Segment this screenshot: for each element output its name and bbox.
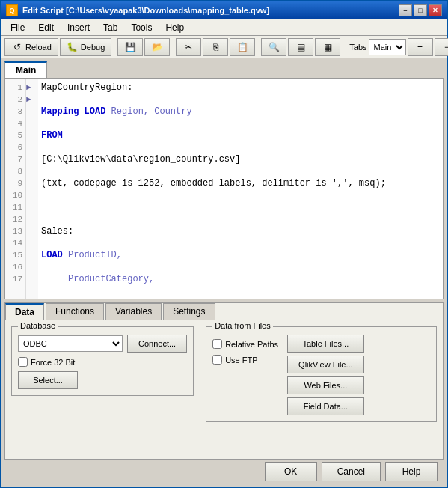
toolbar-btn-misc1[interactable]: ▤ — [288, 38, 313, 56]
relative-paths-row: Relative Paths — [212, 339, 278, 349]
app-icon: Q — [6, 4, 18, 16]
toolbar-btn-paste[interactable]: 📋 — [230, 38, 255, 56]
use-ftp-row: Use FTP — [212, 355, 278, 365]
toolbar: ↺ Reload 🐛 Debug 💾 📂 ✂ ⎘ 📋 🔍 ▤ ▦ Tabs Ma… — [1, 36, 447, 58]
help-button[interactable]: Help — [385, 462, 438, 481]
find-icon: 🔍 — [268, 41, 280, 53]
editor-inner: 12345 678910 1112131415 1617 ► ► MapCoun… — [5, 79, 443, 299]
database-group-label: Database — [18, 321, 58, 330]
table-files-button[interactable]: Table Files... — [287, 335, 364, 353]
relative-paths-checkbox[interactable] — [212, 339, 222, 349]
toolbar-btn-add-tab[interactable]: + — [408, 38, 433, 56]
field-data-button[interactable]: Field Data... — [287, 397, 364, 415]
debug-button[interactable]: 🐛 Debug — [60, 38, 111, 56]
menu-tools[interactable]: Tools — [125, 21, 158, 34]
script-tab-main[interactable]: Main — [4, 61, 47, 78]
cancel-button[interactable]: Cancel — [322, 462, 381, 481]
footer: OK Cancel Help — [4, 460, 444, 484]
maximize-button[interactable]: □ — [414, 4, 427, 16]
tabs-dropdown[interactable]: Main — [369, 39, 406, 55]
bottom-tab-bar: Data Functions Variables Settings — [5, 303, 443, 320]
misc1-icon: ▤ — [295, 41, 307, 53]
line-indicators: ► ► — [26, 79, 38, 299]
menu-edit[interactable]: Edit — [32, 21, 60, 34]
db-select-row: ODBC Connect... — [18, 335, 187, 353]
toolbar-btn-save[interactable]: 💾 — [117, 38, 143, 56]
select-button[interactable]: Select... — [18, 371, 78, 389]
force32bit-checkbox[interactable] — [18, 357, 28, 367]
title-bar-left: Q Edit Script [C:\Users\vyaapak3\Downloa… — [6, 4, 269, 16]
force32bit-label: Force 32 Bit — [31, 358, 75, 367]
checkboxes-col: Relative Paths Use FTP — [212, 336, 278, 415]
script-tab-bar: Main — [4, 61, 444, 78]
window-title: Edit Script [C:\Users\vyaapak3\Downloads… — [22, 6, 269, 15]
db-section: Database ODBC Connect... Force 32 Bit — [11, 326, 194, 396]
close-button[interactable]: ✕ — [429, 4, 442, 16]
qlikview-file-button[interactable]: QlikView File... — [287, 356, 364, 373]
data-files-label: Data from Files — [212, 321, 273, 330]
reload-button[interactable]: ↺ Reload — [4, 38, 58, 56]
menu-bar: File Edit Insert Tab Tools Help — [1, 19, 447, 36]
main-window: Q Edit Script [C:\Users\vyaapak3\Downloa… — [0, 0, 448, 488]
toolbar-btn-cut[interactable]: ✂ — [176, 38, 201, 56]
cut-icon: ✂ — [182, 41, 194, 53]
add-tab-icon: + — [414, 41, 426, 53]
database-group: Database ODBC Connect... Force 32 Bit — [11, 326, 194, 396]
reload-icon: ↺ — [11, 41, 23, 53]
toolbar-btn-remove-tab[interactable]: − — [435, 38, 448, 56]
ok-button[interactable]: OK — [265, 462, 317, 481]
menu-insert[interactable]: Insert — [61, 21, 96, 34]
force32bit-row: Force 32 Bit — [18, 357, 187, 367]
data-row: Database ODBC Connect... Force 32 Bit — [11, 326, 437, 422]
paste-icon: 📋 — [236, 41, 248, 53]
relative-paths-label: Relative Paths — [225, 340, 278, 349]
tab-variables[interactable]: Variables — [105, 303, 162, 320]
files-btn-group: Table Files... QlikView File... Web File… — [287, 335, 364, 415]
tab-data[interactable]: Data — [5, 303, 44, 320]
menu-tab[interactable]: Tab — [97, 21, 123, 34]
misc2-icon: ▦ — [322, 41, 334, 53]
select-row: Select... — [18, 371, 187, 389]
toolbar-btn-open[interactable]: 📂 — [144, 38, 170, 56]
toolbar-btn-misc2[interactable]: ▦ — [315, 38, 340, 56]
bottom-content: Database ODBC Connect... Force 32 Bit — [5, 320, 443, 459]
tab-functions[interactable]: Functions — [46, 303, 104, 320]
remove-tab-icon: − — [441, 41, 448, 53]
database-select[interactable]: ODBC — [18, 335, 123, 352]
menu-file[interactable]: File — [4, 21, 31, 34]
save-icon: 💾 — [124, 41, 136, 53]
copy-icon: ⎘ — [209, 41, 221, 53]
title-bar: Q Edit Script [C:\Users\vyaapak3\Downloa… — [1, 1, 447, 19]
content-area: Main 12345 678910 1112131415 1617 ► ► Ma… — [1, 58, 447, 487]
script-editor[interactable]: 12345 678910 1112131415 1617 ► ► MapCoun… — [4, 78, 444, 299]
data-files-group: Data from Files Relative Paths — [206, 326, 437, 422]
files-inner: Relative Paths Use FTP Table Files... — [212, 335, 430, 415]
open-icon: 📂 — [151, 41, 163, 53]
code-content[interactable]: MapCountryRegion: Mapping LOAD Region, C… — [38, 79, 443, 299]
files-section: Data from Files Relative Paths — [206, 326, 437, 422]
bottom-panel: Data Functions Variables Settings Databa… — [4, 302, 444, 460]
line-numbers: 12345 678910 1112131415 1617 — [5, 79, 26, 299]
toolbar-btn-copy[interactable]: ⎘ — [203, 38, 228, 56]
menu-help[interactable]: Help — [159, 21, 190, 34]
debug-label: Debug — [81, 43, 105, 52]
use-ftp-checkbox[interactable] — [212, 355, 222, 365]
debug-icon: 🐛 — [67, 41, 79, 53]
tabs-label: Tabs — [349, 43, 366, 52]
tab-settings[interactable]: Settings — [163, 303, 215, 320]
toolbar-btn-find[interactable]: 🔍 — [261, 38, 286, 56]
web-files-button[interactable]: Web Files... — [287, 376, 364, 394]
reload-label: Reload — [25, 43, 52, 52]
minimize-button[interactable]: − — [399, 4, 412, 16]
title-controls: − □ ✕ — [399, 4, 442, 16]
connect-button[interactable]: Connect... — [127, 335, 187, 353]
use-ftp-label: Use FTP — [225, 356, 257, 365]
